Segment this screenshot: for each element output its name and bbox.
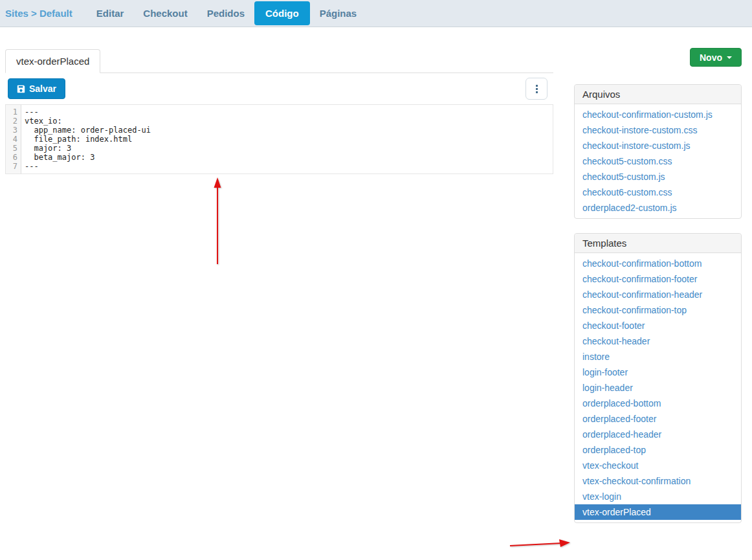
save-button-label: Salvar <box>29 84 56 94</box>
template-link[interactable]: orderplaced-top <box>575 442 741 458</box>
template-link[interactable]: checkout-confirmation-footer <box>575 271 741 287</box>
files-panel: Arquivos checkout-confirmation-custom.js… <box>574 84 742 219</box>
template-link[interactable]: checkout-header <box>575 333 741 349</box>
code-editor[interactable]: 1234567 ---vtex_io: app_name: order-plac… <box>5 104 553 174</box>
code-line[interactable]: major: 3 <box>25 144 553 153</box>
save-button[interactable]: Salvar <box>8 78 65 99</box>
nav-item-pedidos[interactable]: Pedidos <box>197 1 254 25</box>
save-icon <box>17 85 25 93</box>
editor-toolbar: Salvar <box>5 73 553 104</box>
template-link[interactable]: orderplaced-footer <box>575 411 741 427</box>
templates-panel: Templates checkout-confirmation-bottomch… <box>574 233 742 523</box>
template-link[interactable]: vtex-checkout <box>575 458 741 473</box>
template-link[interactable]: checkout-confirmation-top <box>575 302 741 318</box>
tab-vtex-orderplaced[interactable]: vtex-orderPlaced <box>5 49 100 73</box>
line-number: 3 <box>8 126 17 135</box>
nav-item-paginas[interactable]: Páginas <box>310 1 367 25</box>
line-number: 2 <box>8 117 17 126</box>
line-number: 6 <box>8 153 17 162</box>
breadcrumb[interactable]: Sites > Default <box>5 8 72 19</box>
line-number: 7 <box>8 162 17 171</box>
nav-items: EditarCheckoutPedidosCódigoPáginas <box>87 1 366 25</box>
code-line[interactable]: beta_major: 3 <box>25 153 553 162</box>
annotation-arrow-up <box>211 176 224 267</box>
line-number: 1 <box>8 107 17 117</box>
template-link[interactable]: vtex-checkout-confirmation <box>575 473 741 489</box>
file-link[interactable]: checkout-instore-custom.css <box>575 122 741 138</box>
template-link[interactable]: checkout-footer <box>575 318 741 333</box>
nav-item-codigo[interactable]: Código <box>254 1 310 25</box>
template-link[interactable]: login-header <box>575 380 741 396</box>
caret-down-icon <box>727 56 732 59</box>
line-number: 5 <box>8 144 17 153</box>
editor-menu-button[interactable] <box>525 78 547 100</box>
template-link[interactable]: vtex-login <box>575 489 741 504</box>
file-link[interactable]: checkout-instore-custom.js <box>575 138 741 153</box>
editor-column: vtex-orderPlaced Salvar 1234567 ---vtex_… <box>5 49 553 174</box>
code-line[interactable]: --- <box>25 162 553 171</box>
template-link[interactable]: checkout-confirmation-bottom <box>575 256 741 271</box>
top-nav: Sites > Default EditarCheckoutPedidosCód… <box>0 0 752 27</box>
templates-list: checkout-confirmation-bottomcheckout-con… <box>575 253 741 522</box>
new-button[interactable]: Novo <box>690 48 742 67</box>
new-button-label: Novo <box>700 52 722 63</box>
file-link[interactable]: orderplaced2-custom.js <box>575 200 741 216</box>
templates-panel-title: Templates <box>575 234 741 253</box>
code-line[interactable]: --- <box>25 107 553 117</box>
code-line[interactable]: file_path: index.html <box>25 135 553 144</box>
template-link[interactable]: orderplaced-bottom <box>575 396 741 411</box>
file-link[interactable]: checkout5-custom.js <box>575 169 741 185</box>
template-link-selected[interactable]: vtex-orderPlaced <box>575 504 741 520</box>
nav-item-editar[interactable]: Editar <box>87 1 134 25</box>
line-number-gutter: 1234567 <box>6 105 21 174</box>
files-list: checkout-confirmation-custom.jscheckout-… <box>575 104 741 218</box>
sidebar-column: Novo Arquivos checkout-confirmation-cust… <box>574 48 742 537</box>
template-link[interactable]: login-footer <box>575 364 741 380</box>
file-link[interactable]: checkout5-custom.css <box>575 153 741 169</box>
editor-tabstrip: vtex-orderPlaced <box>5 49 553 73</box>
code-content[interactable]: ---vtex_io: app_name: order-placed-ui fi… <box>21 105 553 174</box>
kebab-menu-icon <box>536 85 538 93</box>
code-line[interactable]: vtex_io: <box>25 117 553 126</box>
file-link[interactable]: checkout6-custom.css <box>575 185 741 200</box>
annotation-arrow-right <box>507 537 572 550</box>
line-number: 4 <box>8 135 17 144</box>
files-panel-title: Arquivos <box>575 85 741 104</box>
file-link[interactable]: checkout-confirmation-custom.js <box>575 107 741 122</box>
code-line[interactable]: app_name: order-placed-ui <box>25 126 553 135</box>
nav-item-checkout[interactable]: Checkout <box>133 1 197 25</box>
template-link[interactable]: orderplaced-header <box>575 427 741 442</box>
template-link[interactable]: instore <box>575 349 741 364</box>
template-link[interactable]: checkout-confirmation-header <box>575 287 741 302</box>
